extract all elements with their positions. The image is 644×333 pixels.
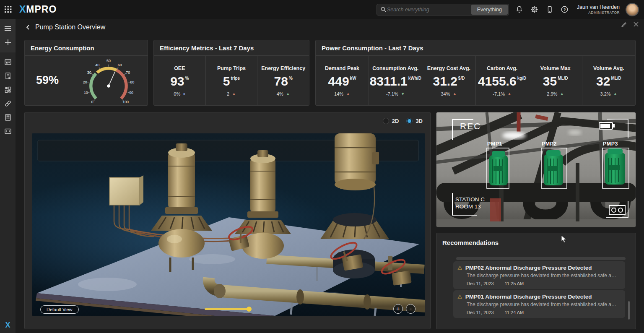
station-label: STATION C — [455, 196, 485, 203]
dashboard-window-icon — [4, 58, 12, 66]
sidebar-item-data-streams[interactable] — [0, 69, 16, 83]
efficiency-metrics-card: Efficiency Metrics - Last 7 Days OEE 93%… — [153, 40, 309, 106]
camera-feed-image: PMP1 PMP2 PMP3 REC STA — [436, 112, 636, 227]
mobile-device-icon — [546, 5, 553, 13]
search-box: Everything — [377, 4, 509, 16]
pump-label-2: PMP2 — [542, 141, 557, 147]
energy-gauge: 0 10 20 30 40 50 60 70 80 90 100 — [67, 57, 151, 104]
svg-text:60: 60 — [118, 62, 122, 67]
user-name: Jaun van Heerden — [577, 4, 620, 10]
power-card-title: Power Consumption - Last 7 Days — [322, 44, 629, 52]
trend-icon: ▲ — [507, 91, 512, 96]
warning-icon: ⚠ — [457, 265, 462, 271]
main-content: Pump Station Overview Energy Consumption… — [16, 19, 644, 333]
user-role: ADMINISTRATOR — [577, 10, 620, 15]
pump-motor-3 — [605, 148, 625, 185]
svg-text:40: 40 — [95, 62, 99, 67]
notifications-button[interactable] — [515, 5, 524, 14]
sidebar-add-button[interactable] — [0, 35, 16, 49]
trend-icon: ▲ — [613, 91, 618, 96]
help-icon: ? — [561, 5, 569, 13]
svg-text:70: 70 — [126, 70, 130, 74]
rec-label: REC — [460, 121, 481, 131]
user-menu[interactable]: Jaun van Heerden ADMINISTRATOR — [577, 4, 620, 15]
default-view-button[interactable]: Default View — [40, 305, 79, 314]
camera-feed-panel: PMP1 PMP2 PMP3 REC STA — [436, 112, 636, 227]
recommendation-date: Dec 11, 2023 — [467, 310, 494, 315]
recommendations-scrollbar-horizontal[interactable] — [456, 257, 626, 260]
mobile-button[interactable] — [545, 5, 554, 14]
back-button[interactable] — [25, 24, 31, 30]
bell-icon — [515, 5, 523, 13]
power-consumption-card: Power Consumption - Last 7 Days Demand P… — [315, 40, 636, 106]
metric-tile-oee: OEE 93% 0%● — [154, 56, 206, 105]
svg-text:10: 10 — [84, 91, 88, 95]
efficiency-card-title: Efficiency Metrics - Last 7 Days — [160, 44, 303, 52]
recommendations-scrollbar-vertical[interactable] — [628, 301, 630, 320]
xmpro-logo: XMPRO — [19, 4, 57, 15]
recommendation-time: 11:24 AM — [505, 310, 524, 315]
settings-button[interactable] — [530, 5, 539, 14]
sidebar-menu-button[interactable] — [0, 21, 16, 35]
sidebar-top — [0, 19, 16, 52]
topbar: XMPRO Everything — [0, 0, 644, 19]
sidebar-item-dashboards[interactable] — [0, 55, 16, 69]
room-label: ROOM 13 — [455, 203, 481, 210]
sidebar-item-calculations[interactable] — [0, 110, 16, 124]
metric-tile-volume-avg: Volume Avg. 32ML/D 3.2%▲ — [582, 56, 635, 105]
trend-icon: ▼ — [401, 91, 405, 96]
script-document-icon — [4, 72, 12, 80]
zoom-in-button[interactable]: + — [393, 304, 403, 314]
sidebar-item-integrations[interactable] — [0, 96, 16, 110]
sidebar-item-embedded-apps[interactable] — [0, 124, 16, 138]
energy-consumption-card: Energy Consumption 59% — [24, 40, 148, 106]
recommendation-time: 11:25 AM — [505, 281, 524, 286]
metric-tile-consumption-avg: Consumption Avg. 8311.1kWh/D -7.1%▼ — [369, 56, 422, 105]
avatar[interactable] — [626, 3, 639, 16]
pump-station-3d-scene[interactable]: Default View + - — [32, 133, 425, 316]
edit-button[interactable] — [621, 21, 627, 28]
blocks-grid-icon — [4, 86, 12, 94]
mode-2d-radio[interactable]: 2D — [383, 118, 399, 124]
pump-motor-2 — [544, 150, 563, 185]
svg-text:0: 0 — [91, 100, 93, 104]
app-grid-icon — [5, 6, 12, 13]
viewer-3d-card: 2D 3D — [24, 112, 431, 329]
metric-tile-volume-max: Volume Max 35ML/D 2.9%▲ — [529, 56, 582, 105]
svg-text:100: 100 — [122, 100, 129, 104]
search-input[interactable] — [387, 7, 471, 13]
mode-3d-radio[interactable]: 3D — [406, 118, 423, 124]
xmpro-footer-logo: X — [0, 321, 16, 330]
help-button[interactable]: ? — [560, 5, 569, 14]
energy-gauge-value: 59% — [28, 74, 67, 87]
3d-scene-illustration — [32, 133, 425, 316]
sidebar-item-app-designer[interactable] — [0, 83, 16, 96]
topbar-actions: Everything — [377, 3, 644, 16]
calculator-icon — [4, 114, 12, 121]
warning-icon: ⚠ — [457, 294, 462, 299]
svg-text:80: 80 — [130, 80, 134, 84]
close-button[interactable] — [633, 21, 639, 27]
slider-handle[interactable] — [247, 307, 252, 312]
recommendation-item[interactable]: ⚠ PMP01 Abnormal Discharge Pressure Dete… — [453, 290, 625, 318]
xmpro-app: XMPRO Everything — [0, 0, 644, 333]
trend-icon: ▲ — [560, 91, 564, 96]
svg-text:?: ? — [564, 7, 566, 12]
trend-icon: ▲ — [346, 91, 350, 96]
pump-label-1: PMP1 — [487, 141, 502, 147]
timeline-slider[interactable] — [205, 308, 251, 310]
plus-icon — [5, 39, 11, 46]
gauge-needle — [109, 71, 115, 86]
metric-tile-energy-efficiency: Energy Efficiency 78% 4%▲ — [257, 56, 309, 105]
zoom-out-button[interactable]: - — [406, 304, 415, 314]
app-launcher-button[interactable] — [0, 0, 16, 19]
trend-icon: ▲ — [452, 91, 457, 96]
svg-text:50: 50 — [106, 59, 111, 63]
trend-icon: ▲ — [232, 91, 236, 96]
search-scope-button[interactable]: Everything — [471, 5, 508, 15]
cassette-icon — [609, 206, 625, 215]
svg-text:20: 20 — [83, 80, 87, 84]
code-window-icon — [4, 127, 12, 135]
energy-card-title: Energy Consumption — [31, 44, 142, 52]
recommendation-item[interactable]: ⚠ PMP02 Abnormal Discharge Pressure Dete… — [453, 261, 625, 289]
